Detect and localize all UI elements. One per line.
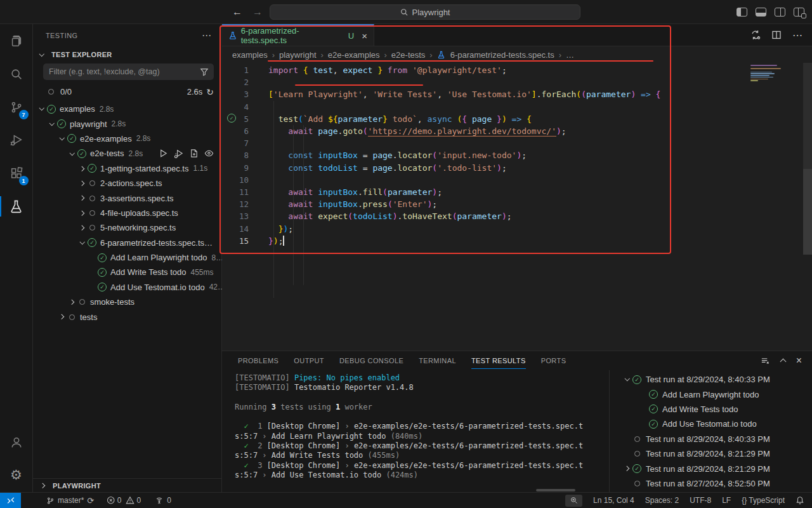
test-tree-item[interactable]: ✓Add Learn Playwright todo8… <box>33 250 221 265</box>
breadcrumb-overflow[interactable]: … <box>566 50 574 60</box>
code-editor[interactable]: 1import { test, expect } from '@playwrig… <box>222 63 812 351</box>
run-debug-icon[interactable] <box>0 124 33 156</box>
filter-funnel-icon[interactable] <box>200 67 209 76</box>
testing-view-icon[interactable] <box>0 190 33 222</box>
forward-arrow-icon[interactable]: → <box>252 6 263 18</box>
explorer-icon[interactable] <box>0 25 33 57</box>
open-changes-icon[interactable] <box>750 30 761 40</box>
chevron-right-icon[interactable] <box>622 467 632 471</box>
forwarded-ports-status[interactable]: 0 <box>155 496 171 505</box>
terminal-output[interactable]: [TESTOMATIO] Pipes: No pipes enabled[TES… <box>222 370 609 492</box>
panel-tab-problems[interactable]: PROBLEMS <box>238 352 278 369</box>
test-explorer-header[interactable]: TEST EXPLORER <box>51 51 112 58</box>
breadcrumb-item[interactable]: playwright <box>279 50 317 60</box>
panel-tab-ports[interactable]: PORTS <box>541 352 566 369</box>
section-chevron-icon[interactable] <box>37 54 47 56</box>
git-branch-status[interactable]: master* ⟳ <box>46 496 94 505</box>
chevron-down-icon[interactable] <box>37 108 47 110</box>
test-tree-item[interactable]: 4-file-uploads.spec.ts <box>33 206 221 220</box>
chevron-down-icon[interactable] <box>77 242 88 244</box>
test-tree-item[interactable]: ✓playwright2.8s <box>33 116 221 131</box>
chevron-down-icon[interactable] <box>57 138 67 140</box>
breadcrumbs[interactable]: examples›playwright›e2e-examples›e2e-tes… <box>222 46 812 63</box>
test-tree-item[interactable]: ✓e2e-examples2.8s <box>33 131 221 146</box>
language-status[interactable]: {} TypeScript <box>742 496 785 505</box>
search-view-icon[interactable] <box>0 58 33 90</box>
test-tree-item[interactable]: ✓6-parametrized-tests.spec.ts… <box>33 236 221 250</box>
terminal-horizontal-scrollbar[interactable] <box>536 489 575 491</box>
debug-test-icon[interactable] <box>174 149 183 158</box>
chevron-right-icon[interactable] <box>57 315 67 319</box>
clear-output-icon[interactable] <box>761 356 770 366</box>
chevron-right-icon[interactable] <box>77 182 88 185</box>
sidebar-more-actions-icon[interactable]: ⋯ <box>202 30 213 41</box>
breadcrumb-item[interactable]: examples <box>232 50 268 60</box>
test-tree-item[interactable]: ✓Add Write Tests todo455ms <box>33 265 221 279</box>
test-tree-item[interactable]: ✓e2e-tests2.8s <box>33 146 221 161</box>
test-tree-item[interactable]: ✓Add Use Testomat.io todo42… <box>33 280 221 295</box>
indentation-status[interactable]: Spaces: 2 <box>645 496 679 505</box>
cursor-position[interactable]: Ln 15, Col 4 <box>593 496 634 505</box>
extensions-icon[interactable]: 1 <box>0 157 33 189</box>
split-editor-icon[interactable] <box>771 30 782 40</box>
chevron-down-icon[interactable] <box>622 378 632 380</box>
eol-status[interactable]: LF <box>722 496 731 505</box>
notifications-bell-icon[interactable] <box>796 496 804 505</box>
test-tree-item[interactable]: 5-networking.spec.ts <box>33 220 221 235</box>
chevron-down-icon[interactable] <box>47 123 57 125</box>
breadcrumb-item[interactable]: e2e-examples <box>328 50 380 60</box>
toggle-panel-icon[interactable] <box>756 8 766 17</box>
panel-tab-terminal[interactable]: TERMINAL <box>419 352 456 369</box>
test-result-item[interactable]: Test run at 8/29/2024, 8:40:33 PM <box>610 432 812 446</box>
chevron-right-icon[interactable] <box>77 196 88 200</box>
back-arrow-icon[interactable]: ← <box>232 6 242 18</box>
editor-scrollbar[interactable] <box>803 63 812 169</box>
test-pass-gutter-icon[interactable]: ✓ <box>227 114 236 123</box>
source-control-icon[interactable]: 7 <box>0 91 33 123</box>
chevron-right-icon[interactable] <box>67 300 77 304</box>
encoding-status[interactable]: UTF-8 <box>690 496 711 505</box>
settings-gear-icon[interactable]: ⚙ <box>0 462 33 487</box>
test-tree-item[interactable]: ✓examples2.8s <box>33 102 221 116</box>
test-result-item[interactable]: ✕ <box>610 491 812 492</box>
problems-status[interactable]: 0 0 <box>107 496 141 505</box>
chevron-right-icon[interactable] <box>77 226 88 230</box>
editor-tab[interactable]: 6-parametrized-tests.spec.ts U × <box>222 24 374 46</box>
breadcrumb-item[interactable]: e2e-tests <box>391 50 425 60</box>
test-tree-item[interactable]: tests <box>33 309 221 324</box>
editor-scrollbar-thumb[interactable] <box>803 169 812 255</box>
panel-tab-output[interactable]: OUTPUT <box>294 352 324 369</box>
breadcrumb-file[interactable]: 6-parametrized-tests.spec.ts <box>450 50 554 60</box>
test-result-item[interactable]: ✓Add Write Tests todo <box>610 402 812 417</box>
test-filter-box[interactable] <box>43 64 214 80</box>
command-center-search[interactable]: Playwright <box>270 4 580 20</box>
toggle-secondary-sidebar-icon[interactable] <box>775 8 785 17</box>
accounts-icon[interactable] <box>0 430 33 455</box>
close-panel-icon[interactable]: × <box>796 355 802 366</box>
maximize-panel-icon[interactable] <box>780 359 786 365</box>
chevron-down-icon[interactable] <box>67 153 77 155</box>
go-to-test-icon[interactable] <box>189 149 199 158</box>
minimap[interactable] <box>750 65 782 82</box>
toggle-sidebar-icon[interactable] <box>737 8 747 17</box>
editor-more-actions-icon[interactable]: ⋯ <box>792 29 803 41</box>
customize-layout-icon[interactable] <box>794 8 804 17</box>
test-tree-item[interactable]: 3-assertions.spec.ts <box>33 190 221 205</box>
test-tree-item[interactable]: 2-actions.spec.ts <box>33 176 221 190</box>
panel-tab-test-results[interactable]: TEST RESULTS <box>471 352 526 369</box>
test-filter-input[interactable] <box>49 67 200 76</box>
chevron-right-icon[interactable] <box>77 211 88 215</box>
test-result-item[interactable]: Test run at 8/29/2024, 8:21:29 PM <box>610 446 812 461</box>
run-test-icon[interactable] <box>159 149 168 158</box>
test-result-item[interactable]: ✓Add Use Testomat.io todo <box>610 417 812 431</box>
remote-indicator[interactable] <box>0 493 21 508</box>
test-result-item[interactable]: ✓Add Learn Playwright todo <box>610 387 812 401</box>
test-result-item[interactable]: ✓Test run at 8/29/2024, 8:21:29 PM <box>610 461 812 476</box>
test-tree-item[interactable]: ✓1-getting-started.spec.ts1.1s <box>33 161 221 176</box>
test-result-item[interactable]: ✓Test run at 8/29/2024, 8:40:33 PM <box>610 372 812 387</box>
test-tree-item[interactable]: smoke-tests <box>33 295 221 309</box>
refresh-tests-icon[interactable]: ↻ <box>206 87 214 97</box>
tab-close-icon[interactable]: × <box>362 30 367 41</box>
chevron-right-icon[interactable] <box>77 167 88 171</box>
watch-tests-icon[interactable] <box>204 149 214 158</box>
